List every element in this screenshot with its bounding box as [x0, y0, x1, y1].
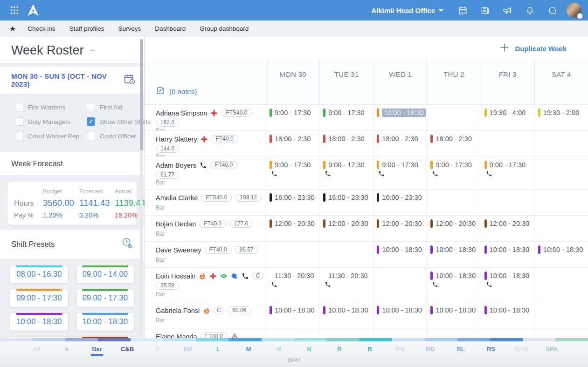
nav-tab-group-dashboard[interactable]: Group dashboard: [193, 25, 256, 32]
shift-cell[interactable]: 9:00 - 17:30: [481, 157, 534, 189]
shift-entry[interactable]: 18:00 - 2:30: [377, 135, 426, 143]
shift-cell[interactable]: 12:00 - 20:30: [373, 216, 427, 241]
alkimii-logo[interactable]: [25, 2, 41, 18]
shift-cell[interactable]: 10:00 - 18:30: [427, 302, 480, 328]
shift-cell[interactable]: [266, 242, 319, 267]
shift-cell[interactable]: 10:00 - 18:30: [481, 268, 534, 302]
shift-cell[interactable]: 9:00 - 17:30: [319, 157, 373, 189]
shift-cell[interactable]: 10:00 - 18:30: [427, 242, 480, 267]
group-tab-r-10[interactable]: R: [325, 346, 355, 356]
shift-entry[interactable]: 9:00 - 17:30: [323, 109, 372, 117]
shift-cell[interactable]: [534, 216, 588, 241]
shift-preset-button[interactable]: 10:00 - 18:30: [10, 313, 68, 331]
group-tab-a-1[interactable]: A: [52, 346, 82, 356]
shift-preset-button[interactable]: 10:00 - 18:30: [76, 313, 134, 331]
shift-entry[interactable]: 10:00 - 18:30: [484, 306, 533, 314]
week-range-selector[interactable]: MON 30 - SUN 5 (OCT - NOV 2023): [0, 67, 144, 94]
group-tab-bar-2[interactable]: Bar: [82, 346, 112, 356]
news-icon[interactable]: [477, 2, 493, 18]
shift-entry[interactable]: 18:00 - 2:30: [323, 135, 372, 143]
user-avatar[interactable]: [567, 3, 581, 18]
shift-entry[interactable]: 9:00 - 17:30: [377, 161, 426, 177]
group-tab-rd-13[interactable]: RD: [415, 346, 446, 356]
shift-entry[interactable]: 9:00 - 17:30: [270, 109, 318, 117]
shift-cell[interactable]: 18:00 - 2:30: [427, 131, 480, 156]
shift-cell[interactable]: 11:30 - 20:30: [266, 268, 319, 302]
shift-preset-button[interactable]: 09.00 - 14.00: [76, 265, 134, 283]
shift-cell[interactable]: 10:00 - 18:30: [319, 302, 373, 328]
nav-tab-surveys[interactable]: Surveys: [111, 25, 148, 32]
group-tab-all-0[interactable]: All: [21, 346, 52, 356]
shift-cell[interactable]: 10:00 - 18:30: [373, 105, 427, 130]
shift-entry[interactable]: 10:00 - 18:30: [270, 306, 318, 314]
checkbox-covid-officer[interactable]: [87, 132, 95, 140]
filter-fire-wardens[interactable]: Fire Wardens: [15, 103, 84, 111]
group-tab-sam-16[interactable]: SAM: [506, 346, 537, 356]
shift-cell[interactable]: [481, 190, 534, 215]
shift-cell[interactable]: 10:00 - 18:30: [534, 242, 588, 267]
staff-cell[interactable]: Adam BoyersFT40.061.77Bar: [145, 157, 266, 189]
shift-entry[interactable]: 12:00 - 20:30: [377, 219, 426, 228]
shift-entry[interactable]: 10:00 - 18:30: [430, 306, 479, 314]
shift-entry[interactable]: 12:00 - 20:30: [430, 219, 479, 228]
group-tab-n-9[interactable]: N: [294, 346, 325, 356]
group-tab-rl-14[interactable]: RL: [446, 346, 476, 356]
shift-entry[interactable]: 10:00 - 18:30: [377, 109, 426, 117]
sidebar-scrollbar-thumb[interactable]: [140, 39, 143, 150]
shift-entry[interactable]: 9:00 - 17:30: [270, 161, 318, 177]
group-tab-m-7[interactable]: M: [234, 346, 264, 356]
shift-entry[interactable]: 9:00 - 17:30: [430, 161, 479, 177]
shift-cell[interactable]: 9:00 - 17:30: [427, 157, 480, 189]
shift-cell[interactable]: 16:00 - 23:30: [373, 190, 427, 215]
shift-entry[interactable]: 11:30 - 20:30: [323, 272, 372, 288]
shift-cell[interactable]: 11:30 - 20:30: [319, 268, 373, 302]
shift-cell[interactable]: 16:00 - 23:30: [319, 190, 373, 215]
nav-tab-staff-profiles[interactable]: Staff profiles: [62, 25, 111, 32]
shift-cell[interactable]: [427, 105, 480, 130]
shift-entry[interactable]: 19:30 - 4:00: [484, 109, 533, 117]
shift-entry[interactable]: 10:00 - 18:30: [430, 245, 479, 254]
filter-covid-worker-rep[interactable]: Covid Worker Rep: [15, 132, 84, 140]
shift-cell[interactable]: 10:00 - 18:30: [373, 242, 427, 267]
shift-preset-button[interactable]: 09.00 - 17.30: [76, 289, 134, 307]
shift-cell[interactable]: 10:00 - 18:30: [481, 302, 534, 328]
shift-cell[interactable]: 12:00 - 20:30: [319, 216, 373, 241]
staff-cell[interactable]: Bojan DeclanFT40.0177.0Bar: [145, 216, 266, 241]
shift-cell[interactable]: 10:00 - 18:30: [481, 242, 534, 267]
group-tab-c-b-3[interactable]: C&B: [112, 346, 143, 356]
shift-entry[interactable]: 10:00 - 18:30: [377, 306, 426, 314]
shift-entry[interactable]: 16:00 - 23:30: [270, 193, 318, 202]
shift-cell[interactable]: [534, 131, 588, 156]
preset-settings-icon[interactable]: [121, 237, 134, 251]
filter-duty-managers[interactable]: Duty Managers: [15, 117, 84, 126]
shift-cell[interactable]: 12:00 - 20:30: [266, 216, 319, 241]
shift-cell[interactable]: 12:00 - 20:30: [481, 216, 534, 241]
shift-entry[interactable]: 10:00 - 18:30: [377, 245, 426, 254]
shift-entry[interactable]: 18:00 - 2:30: [430, 135, 479, 143]
shift-entry[interactable]: 12:00 - 20:30: [323, 219, 372, 228]
chat-icon[interactable]: [544, 2, 560, 18]
shift-cell[interactable]: 9:00 - 17:30: [319, 105, 373, 130]
checkbox-first-aid[interactable]: [87, 103, 95, 111]
shift-entry[interactable]: 16:00 - 23:30: [323, 193, 372, 202]
shift-cell[interactable]: [319, 242, 373, 267]
group-tab-rb-12[interactable]: RB: [385, 346, 415, 356]
shift-cell[interactable]: [534, 268, 588, 302]
shift-preset-button[interactable]: 09:00 - 17:30: [10, 289, 68, 307]
shift-preset-button[interactable]: 08.00 - 16.30: [10, 265, 68, 283]
apps-grid-icon[interactable]: [7, 2, 22, 18]
checkbox-fire-wardens[interactable]: [15, 103, 23, 111]
shift-cell[interactable]: 9:00 - 17:30: [373, 157, 427, 189]
staff-cell[interactable]: Eoin HossainC35.58Bar: [145, 268, 266, 302]
shift-entry[interactable]: 16:00 - 23:30: [377, 193, 426, 202]
nav-tab-check-ins[interactable]: Check ins: [21, 25, 62, 32]
shift-cell[interactable]: [534, 302, 588, 328]
staff-cell[interactable]: Adriana SimpsonFTS40.0182.0Bar: [145, 105, 266, 130]
shift-cell[interactable]: 9:00 - 17:30: [266, 105, 319, 130]
bell-icon[interactable]: [522, 2, 538, 18]
group-tab-l-6[interactable]: L: [203, 346, 234, 356]
staff-cell[interactable]: Harry SlatteryFT40.0144.0Bar: [145, 131, 266, 156]
shift-cell[interactable]: [427, 190, 480, 215]
staff-cell[interactable]: Amelia ClarkeFTS40.0108.12Bar: [145, 190, 266, 215]
shift-entry[interactable]: 9:00 - 17:30: [484, 161, 533, 177]
